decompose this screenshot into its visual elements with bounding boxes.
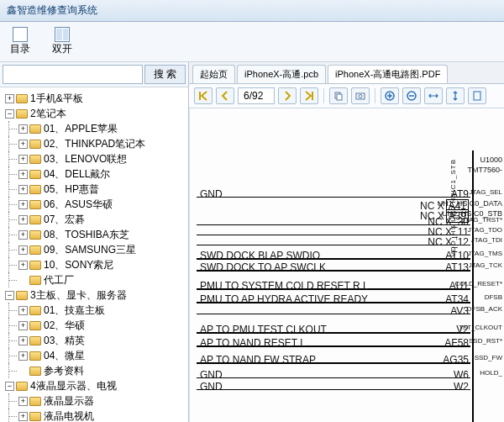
net-label-left: AP TO NAND RESET L	[200, 337, 306, 349]
last-page-button[interactable]	[300, 87, 318, 104]
tree-item[interactable]: +02、华硕	[18, 318, 186, 333]
prev-page-button[interactable]	[216, 87, 234, 104]
search-button[interactable]: 搜 索	[144, 65, 186, 84]
net-label-left: AP TO NAND FW STRAP	[200, 354, 316, 366]
expander-icon[interactable]: +	[18, 230, 28, 240]
dual-open-icon	[55, 27, 70, 42]
separator	[375, 88, 375, 103]
next-page-button[interactable]	[278, 87, 297, 104]
pin-name: JTAG_TCK	[469, 261, 502, 269]
expander-icon[interactable]: −	[5, 109, 14, 119]
expander-icon[interactable]: +	[18, 155, 28, 164]
net-label-left: GND	[200, 369, 223, 381]
expander-icon[interactable]: +	[18, 185, 28, 194]
tree-item-label: 参考资料	[44, 365, 84, 377]
tree-item[interactable]: +04、微星	[18, 348, 186, 363]
chip-partnum: TMT7560-	[467, 166, 502, 174]
folder-icon	[29, 230, 41, 240]
page-toolbar: 6/92	[189, 84, 504, 108]
copy-button[interactable]	[329, 87, 348, 104]
expander-icon[interactable]: +	[18, 245, 28, 255]
tree-item-label: 03、精英	[44, 335, 85, 346]
folder-icon	[16, 94, 28, 103]
tree-item-label: 2笔记本	[30, 108, 66, 119]
folder-icon	[29, 245, 41, 255]
tree-item[interactable]: −2笔记本+01、APPLE苹果+02、THINKPAD笔记本+03、LENOV…	[5, 106, 186, 287]
folder-icon	[16, 382, 28, 391]
fit-width-button[interactable]	[424, 87, 443, 104]
tree-item[interactable]: −4液晶显示器、电视+液晶显示器+液晶电视机	[5, 378, 186, 422]
dual-open-button[interactable]: 双开	[47, 25, 77, 58]
expander-icon[interactable]: +	[18, 215, 28, 224]
tree-item[interactable]: +02、THINKPAD笔记本	[18, 136, 186, 151]
document-tab[interactable]: iPhoneX-高通电路图.PDF	[328, 65, 448, 83]
dual-open-label: 双开	[52, 42, 72, 56]
document-tabs: 起始页iPhoneX-高通.pcbiPhoneX-高通电路图.PDF	[189, 62, 504, 84]
expander-icon[interactable]: +	[18, 140, 28, 149]
zoom-out-button[interactable]	[402, 87, 421, 104]
tree-item[interactable]: 参考资料	[18, 363, 186, 378]
expander-icon[interactable]: +	[18, 170, 28, 179]
category-tree[interactable]: +1手机&平板−2笔记本+01、APPLE苹果+02、THINKPAD笔记本+0…	[0, 87, 188, 422]
page-indicator[interactable]: 6/92	[238, 87, 275, 104]
tree-item-label: 01、APPLE苹果	[44, 123, 118, 135]
tree-item[interactable]: +08、TOSHIBA东芝	[18, 227, 186, 242]
tree-item[interactable]: +09、SAMSUNG三星	[18, 242, 186, 257]
pin-number: AG35	[443, 354, 469, 366]
expander-icon[interactable]: −	[5, 291, 14, 300]
fit-page-button[interactable]	[468, 87, 486, 104]
catalog-button[interactable]: 目录	[5, 25, 35, 58]
document-tab[interactable]: iPhoneX-高通.pcb	[237, 65, 326, 83]
tree-item[interactable]: +1手机&平板	[5, 91, 186, 106]
schematic-viewport[interactable]: VDD_HS UH0 HSIC1_STB U1000 TMT7560- NC X…	[189, 108, 504, 422]
schematic-net	[197, 389, 470, 390]
tree-item[interactable]: +01、技嘉主板	[18, 303, 186, 318]
folder-icon	[29, 140, 41, 149]
net-label-left: SWD DOCK BI AP SWDIO	[200, 250, 320, 261]
fit-height-button[interactable]	[446, 87, 465, 104]
first-page-button[interactable]	[194, 87, 213, 104]
window-titlebar: 鑫智造维修查询系统	[0, 0, 504, 22]
folder-icon	[29, 155, 41, 164]
expander-icon[interactable]: +	[18, 124, 28, 134]
search-input[interactable]	[3, 65, 143, 84]
tree-item-label: 04、DELL戴尔	[44, 168, 110, 180]
expander-icon[interactable]: +	[18, 351, 28, 361]
pin-number: AV3	[450, 305, 469, 317]
folder-icon	[16, 291, 28, 300]
tree-item[interactable]: 代工厂	[18, 272, 186, 287]
tree-item-label: 08、TOSHIBA东芝	[44, 229, 129, 240]
zoom-in-button[interactable]	[381, 87, 399, 104]
tree-item[interactable]: +05、HP惠普	[18, 182, 186, 197]
net-label-left: SWD DOCK TO AP SWCLK	[200, 261, 326, 273]
expander-icon[interactable]: +	[18, 412, 28, 421]
tree-item-label: 01、技嘉主板	[44, 304, 105, 316]
folder-icon	[29, 200, 41, 209]
expander-icon[interactable]: +	[18, 306, 28, 315]
expander-icon[interactable]: +	[18, 261, 28, 270]
tree-item[interactable]: +液晶电视机	[18, 409, 186, 422]
document-tab[interactable]: 起始页	[192, 65, 235, 83]
expander-icon[interactable]: +	[18, 397, 28, 406]
tree-item[interactable]: +10、SONY索尼	[18, 257, 186, 272]
expander-icon[interactable]: +	[18, 336, 28, 346]
expander-icon[interactable]: +	[18, 200, 28, 209]
tree-item[interactable]: +04、DELL戴尔	[18, 166, 186, 182]
tree-item[interactable]: +03、LENOVO联想	[18, 151, 186, 166]
tree-item[interactable]: +液晶显示器	[18, 393, 186, 409]
tree-item[interactable]: +03、精英	[18, 333, 186, 348]
expander-icon[interactable]: +	[18, 321, 28, 330]
tree-item[interactable]: +01、APPLE苹果	[18, 121, 186, 136]
folder-icon	[29, 185, 41, 194]
snapshot-button[interactable]	[351, 87, 370, 104]
tree-item[interactable]: +06、ASUS华硕	[18, 197, 186, 212]
tree-item-label: 代工厂	[44, 274, 74, 286]
tree-item[interactable]: +07、宏碁	[18, 212, 186, 227]
pin-name: UH1_HSIC0_DATA	[438, 199, 502, 208]
schematic-net	[197, 197, 470, 198]
tree-item-label: 06、ASUS华硕	[44, 198, 113, 210]
window-title: 鑫智造维修查询系统	[7, 4, 97, 16]
tree-item[interactable]: −3主板、显卡、服务器+01、技嘉主板+02、华硕+03、精英+04、微星参考资…	[5, 287, 186, 378]
expander-icon[interactable]: +	[5, 94, 14, 103]
expander-icon[interactable]: −	[5, 382, 14, 391]
